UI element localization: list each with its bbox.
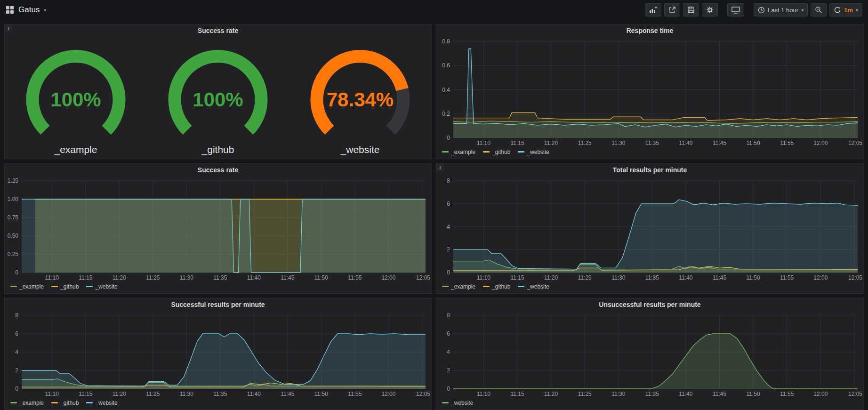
panel-title[interactable]: Unsuccessful results per minute xyxy=(599,301,700,308)
x-tick-label: 11:35 xyxy=(213,274,227,281)
chart-canvas[interactable]: 0246811:1011:1511:2011:2511:3011:3511:40… xyxy=(5,311,431,398)
legend-item-_github[interactable]: _github xyxy=(483,283,510,290)
legend-item-_website[interactable]: _website xyxy=(86,400,117,406)
gauge-chart: 100%_example100%_github78.34%_website xyxy=(5,37,431,159)
y-tick-label: 1.00 xyxy=(8,196,19,202)
add-panel-icon xyxy=(649,6,657,14)
zoom-out-button[interactable] xyxy=(811,3,827,16)
share-button[interactable] xyxy=(664,3,680,16)
refresh-icon xyxy=(834,6,841,14)
settings-button[interactable] xyxy=(702,3,718,16)
chart-canvas[interactable]: 0246811:1011:1511:2011:2511:3011:3511:40… xyxy=(436,176,863,282)
x-tick-label: 11:50 xyxy=(747,140,760,146)
legend-item-_github[interactable]: _github xyxy=(51,283,79,290)
y-tick-label: 1.25 xyxy=(8,177,19,184)
panel-title[interactable]: Success rate xyxy=(198,166,238,174)
x-tick-label: 12:05 xyxy=(848,140,862,146)
legend-swatch xyxy=(51,286,58,287)
x-tick-label: 11:55 xyxy=(780,274,794,281)
x-tick-label: 11:10 xyxy=(45,274,59,281)
x-tick-label: 11:10 xyxy=(477,140,490,146)
dashboard-grid: i Success rate 100%_example100%_github78… xyxy=(0,20,868,410)
legend-item-_website[interactable]: _website xyxy=(442,400,473,406)
unsuccessful-results-chart[interactable]: 0246811:1011:1511:2011:2511:3011:3511:40… xyxy=(436,311,863,398)
tv-icon xyxy=(731,6,740,14)
x-tick-label: 11:40 xyxy=(679,140,692,146)
y-tick-label: 0.75 xyxy=(8,214,19,221)
time-range-caret-icon: ▾ xyxy=(801,8,804,13)
dashboard-grid-icon[interactable] xyxy=(6,6,14,14)
dashboard-caret-icon[interactable]: ▾ xyxy=(44,8,46,13)
x-tick-label: 11:45 xyxy=(713,140,726,146)
success-rate-chart[interactable]: 00.250.500.751.001.2511:1011:1511:2011:2… xyxy=(5,176,431,282)
legend-item-_example[interactable]: _example xyxy=(442,149,475,155)
chart-legend: _example_github_website xyxy=(436,147,863,159)
successful-results-chart[interactable]: 0246811:1011:1511:2011:2511:3011:3511:40… xyxy=(5,311,431,398)
x-tick-label: 11:15 xyxy=(79,391,92,397)
legend-item-_example[interactable]: _example xyxy=(442,283,475,290)
navbar: Gatus ▾ Last 1 hour ▾ 1m xyxy=(0,0,868,20)
y-tick-label: 0.6 xyxy=(442,62,450,69)
legend-item-_website[interactable]: _website xyxy=(518,149,549,155)
x-tick-label: 11:20 xyxy=(544,274,558,281)
x-tick-label: 11:30 xyxy=(611,140,625,146)
y-tick-label: 6 xyxy=(447,201,450,207)
refresh-button[interactable]: 1m ▾ xyxy=(829,3,862,16)
x-tick-label: 11:25 xyxy=(578,140,592,146)
panel-info-icon[interactable]: i xyxy=(5,24,12,32)
legend-item-_website[interactable]: _website xyxy=(518,283,549,290)
time-range-label: Last 1 hour xyxy=(768,7,798,14)
y-tick-label: 8 xyxy=(447,177,450,184)
x-tick-label: 11:15 xyxy=(510,391,524,397)
save-button[interactable] xyxy=(683,3,699,16)
save-icon xyxy=(687,6,695,14)
gauge-_github: 100%_github xyxy=(150,40,286,155)
x-tick-label: 12:05 xyxy=(416,391,430,397)
legend-item-_website[interactable]: _website xyxy=(86,283,117,290)
legend-item-_github[interactable]: _github xyxy=(51,400,79,406)
panel-header: Success rate xyxy=(5,24,431,37)
x-tick-label: 11:40 xyxy=(679,274,692,281)
time-range-button[interactable]: Last 1 hour ▾ xyxy=(754,3,808,16)
gauge-arc: 100% xyxy=(150,40,286,144)
x-tick-label: 12:05 xyxy=(848,391,862,397)
chart-canvas[interactable]: 00.250.500.751.001.2511:1011:1511:2011:2… xyxy=(5,176,431,282)
total-results-chart[interactable]: 0246811:1011:1511:2011:2511:3011:3511:40… xyxy=(436,176,863,282)
chart-legend: _website xyxy=(436,398,863,410)
panel-title[interactable]: Successful results per minute xyxy=(171,301,265,308)
legend-swatch xyxy=(442,402,449,403)
y-tick-label: 0 xyxy=(447,135,450,141)
clock-icon xyxy=(758,7,765,14)
panel-title[interactable]: Total results per minute xyxy=(613,166,687,174)
chart-canvas[interactable]: 00.20.40.60.811:1011:1511:2011:2511:3011… xyxy=(436,37,863,147)
y-tick-label: 2 xyxy=(447,246,450,253)
gauge-_website: 78.34%_website xyxy=(292,40,428,155)
x-tick-label: 11:30 xyxy=(611,274,625,281)
legend-item-_example[interactable]: _example xyxy=(10,283,44,290)
x-tick-label: 12:00 xyxy=(813,140,828,146)
chart-canvas[interactable]: 0246811:1011:1511:2011:2511:3011:3511:40… xyxy=(436,311,863,398)
tv-mode-button[interactable] xyxy=(727,3,744,16)
panel-title[interactable]: Response time xyxy=(627,27,674,34)
y-tick-label: 6 xyxy=(447,330,450,337)
panel-header: Unsuccessful results per minute xyxy=(436,298,863,311)
y-tick-label: 4 xyxy=(447,224,450,230)
x-tick-label: 12:00 xyxy=(381,391,395,397)
legend-item-_example[interactable]: _example xyxy=(10,400,44,406)
add-panel-button[interactable] xyxy=(645,3,661,16)
x-tick-label: 11:30 xyxy=(611,391,625,397)
legend-item-_github[interactable]: _github xyxy=(483,149,510,155)
panel-title[interactable]: Success rate xyxy=(198,27,238,34)
dashboard-title[interactable]: Gatus xyxy=(18,5,40,15)
response-time-chart[interactable]: 00.20.40.60.811:1011:1511:2011:2511:3011… xyxy=(436,37,863,147)
x-tick-label: 11:20 xyxy=(113,274,126,281)
panel-info-icon[interactable]: i xyxy=(436,164,444,171)
x-tick-label: 11:35 xyxy=(645,391,659,397)
x-tick-label: 11:25 xyxy=(578,274,592,281)
legend-swatch xyxy=(51,402,58,403)
refresh-caret-icon: ▾ xyxy=(856,8,858,13)
panel-total-results: i Total results per minute 0246811:1011:… xyxy=(436,163,864,294)
gauge-label: _example xyxy=(54,144,97,155)
x-tick-label: 12:00 xyxy=(813,391,828,397)
x-tick-label: 11:55 xyxy=(348,391,362,397)
